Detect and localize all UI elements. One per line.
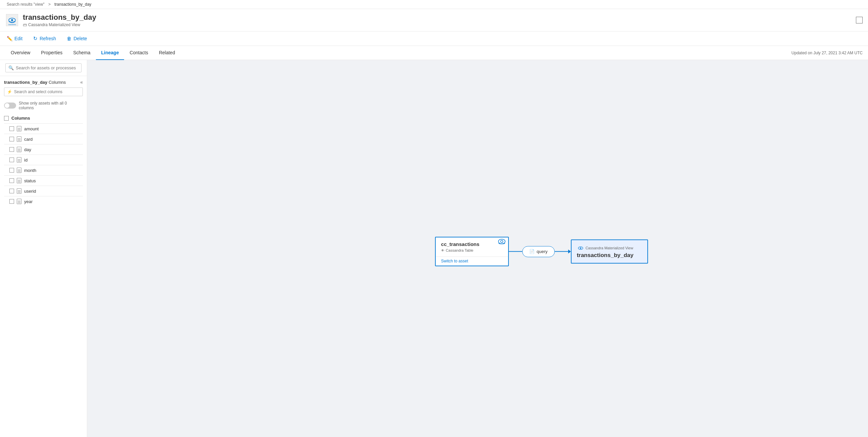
day-label: day — [24, 147, 31, 152]
table-icon: 🗃 — [23, 23, 27, 27]
tab-lineage[interactable]: Lineage — [96, 46, 124, 60]
toggle-row: Show only assets with all 0 columns — [0, 99, 87, 112]
list-item[interactable]: status — [0, 176, 87, 185]
search-assets-input[interactable] — [16, 65, 79, 70]
column-icon — [17, 147, 22, 152]
amount-label: amount — [24, 126, 38, 131]
separator-7 — [4, 186, 83, 186]
asset-subtitle: 🗃 Cassandra Materialized View — [23, 23, 856, 27]
document-icon: 📄 — [529, 249, 535, 254]
delete-button[interactable]: 🗑 Delete — [65, 35, 88, 42]
amount-checkbox[interactable] — [9, 126, 14, 131]
header-checkbox[interactable] — [4, 116, 9, 121]
edit-button[interactable]: ✏️ Edit — [5, 35, 24, 42]
process-node[interactable]: 📄 query — [522, 246, 555, 257]
separator-4 — [4, 155, 83, 155]
collapse-panel-button[interactable]: « — [80, 79, 83, 85]
column-icon — [17, 199, 22, 204]
column-search-area: ⚡ — [0, 88, 87, 99]
svg-point-8 — [580, 247, 581, 249]
id-checkbox[interactable] — [9, 158, 14, 162]
status-label: status — [24, 178, 36, 183]
year-checkbox[interactable] — [9, 199, 14, 204]
userid-label: userid — [24, 189, 36, 194]
search-assets-area: 🔍 — [0, 60, 87, 76]
columns-header-label: Columns — [11, 115, 30, 121]
left-panel: 🔍 transactions_by_day Columns « ⚡ Show o… — [0, 60, 87, 437]
column-icon — [17, 126, 22, 131]
tab-properties[interactable]: Properties — [36, 46, 68, 60]
tabs-bar: Overview Properties Schema Lineage Conta… — [0, 46, 868, 60]
content-area: 🔍 transactions_by_day Columns « ⚡ Show o… — [0, 60, 868, 437]
switch-to-asset-link[interactable]: Switch to asset — [436, 257, 508, 265]
source-node[interactable]: cc_transactions 👁 Cassandra Table Switch… — [435, 237, 509, 266]
edit-icon: ✏️ — [7, 36, 12, 41]
day-checkbox[interactable] — [9, 147, 14, 152]
list-item[interactable]: amount — [0, 124, 87, 133]
cassandra-icon: 👁 — [441, 249, 444, 253]
source-node-title: cc_transactions — [441, 241, 503, 247]
list-item[interactable]: card — [0, 135, 87, 143]
updated-timestamp: Updated on July 27, 2021 3:42 AM UTC — [792, 46, 863, 59]
filter-icon: ⚡ — [7, 90, 12, 94]
list-item[interactable]: id — [0, 156, 87, 164]
refresh-icon: ↻ — [33, 36, 37, 41]
cassandra-logo: cassandra — [5, 13, 19, 27]
toggle-switch[interactable] — [4, 103, 16, 109]
year-label: year — [24, 199, 33, 204]
separator-8 — [4, 196, 83, 196]
tab-related[interactable]: Related — [154, 46, 181, 60]
refresh-button[interactable]: ↻ Refresh — [32, 34, 57, 43]
column-search-input[interactable] — [14, 90, 80, 94]
column-icon — [17, 188, 22, 194]
separator-1 — [4, 123, 83, 124]
lineage-canvas: cc_transactions 👁 Cassandra Table Switch… — [87, 60, 868, 437]
search-icon: 🔍 — [8, 65, 14, 70]
status-checkbox[interactable] — [9, 178, 14, 183]
panel-title: transactions_by_day Columns — [4, 80, 66, 85]
svg-text:cassandra: cassandra — [8, 24, 16, 26]
asset-title: transactions_by_day — [23, 13, 856, 22]
source-node-subtitle: 👁 Cassandra Table — [441, 248, 503, 253]
asset-title-block: transactions_by_day 🗃 Cassandra Material… — [23, 13, 856, 27]
card-label: card — [24, 137, 33, 142]
h-line-2 — [555, 251, 568, 252]
arrow-process-to-dest — [555, 249, 571, 254]
list-item[interactable]: year — [0, 197, 87, 206]
svg-point-4 — [498, 239, 505, 244]
userid-checkbox[interactable] — [9, 189, 14, 193]
card-checkbox[interactable] — [9, 137, 14, 141]
id-label: id — [24, 158, 28, 163]
eye-icon[interactable] — [498, 239, 505, 245]
cassandra-dest-icon — [577, 245, 584, 251]
list-item[interactable]: day — [0, 145, 87, 154]
delete-icon: 🗑 — [67, 36, 71, 41]
cassandra-logo-svg: cassandra — [6, 14, 18, 26]
column-icon — [17, 178, 22, 183]
tab-schema[interactable]: Schema — [68, 46, 96, 60]
destination-node-body: Cassandra Materialized View transactions… — [571, 240, 647, 263]
separator-6 — [4, 175, 83, 176]
column-icon — [17, 168, 22, 173]
breadcrumb-current: transactions_by_day — [54, 2, 91, 7]
toggle-label: Show only assets with all 0 columns — [19, 101, 83, 110]
list-item[interactable]: userid — [0, 187, 87, 195]
column-list: Columns amount card day — [0, 112, 87, 437]
separator-5 — [4, 165, 83, 165]
tab-overview[interactable]: Overview — [5, 46, 36, 60]
process-label: query — [537, 249, 548, 254]
toolbar: ✏️ Edit ↻ Refresh 🗑 Delete — [0, 32, 868, 46]
arrow-head — [568, 249, 571, 254]
month-checkbox[interactable] — [9, 168, 14, 173]
destination-node[interactable]: Cassandra Materialized View transactions… — [571, 239, 648, 263]
svg-point-5 — [501, 240, 503, 243]
separator-3 — [4, 144, 83, 144]
breadcrumb-search-link[interactable]: Search results "view" — [7, 2, 44, 7]
columns-header-row: Columns — [0, 113, 87, 123]
month-label: month — [24, 168, 36, 173]
column-search-wrapper: ⚡ — [4, 88, 83, 96]
maximize-button[interactable] — [856, 17, 863, 24]
h-line-1 — [509, 251, 522, 252]
tab-contacts[interactable]: Contacts — [124, 46, 153, 60]
list-item[interactable]: month — [0, 166, 87, 175]
